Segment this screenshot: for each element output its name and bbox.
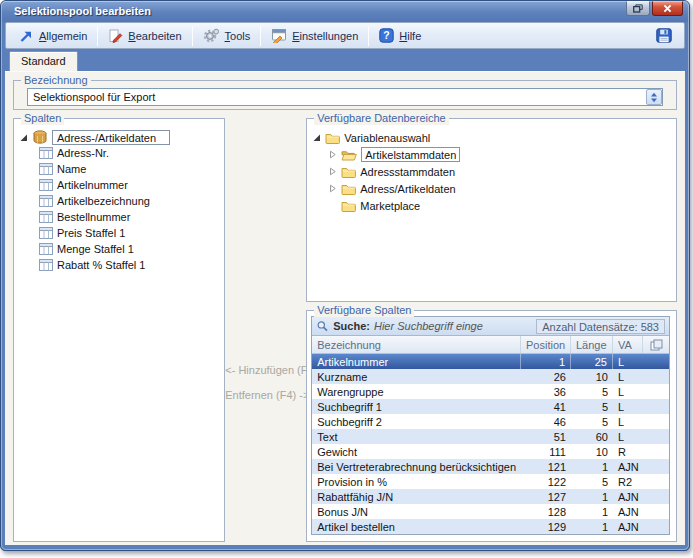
tree-node-label[interactable]: Preis Staffel 1: [57, 227, 125, 239]
tree-node-label[interactable]: Adressstammdaten: [360, 166, 455, 178]
cell-bezeichnung[interactable]: Gewicht: [312, 444, 521, 459]
table-row[interactable]: Provision in % 122 5 R2: [312, 474, 669, 489]
tree-node-label[interactable]: Variablenauswahl: [344, 132, 430, 144]
table-row[interactable]: Artikel bestellen 129 1 AJN: [312, 519, 669, 534]
combobox-value[interactable]: Selektionspool für Export: [28, 91, 646, 103]
cell-va[interactable]: AJN: [613, 459, 669, 474]
table-row[interactable]: Suchbegriff 2 46 5 L: [312, 414, 669, 429]
tree-node[interactable]: Marketplace: [310, 197, 673, 214]
table-row[interactable]: Rabattfähig J/N 127 1 AJN: [312, 489, 669, 504]
table-row[interactable]: Bei Vertreterabrechnung berücksichtigen …: [312, 459, 669, 474]
tree-node-label[interactable]: Rabatt % Staffel 1: [57, 259, 145, 271]
cell-va[interactable]: L: [613, 384, 669, 399]
cell-laenge[interactable]: 5: [571, 384, 613, 399]
cell-laenge[interactable]: 10: [571, 444, 613, 459]
add-button[interactable]: <- Hinzufügen (F3): [225, 364, 306, 376]
cell-va[interactable]: R2: [613, 474, 669, 489]
cell-va[interactable]: AJN: [613, 489, 669, 504]
cell-laenge[interactable]: 25: [571, 354, 613, 369]
cell-va[interactable]: L: [613, 429, 669, 444]
toolbar-item-allgemein[interactable]: Allgemein: [10, 25, 96, 47]
toolbar-item-einstellungen[interactable]: Einstellungen: [262, 25, 367, 47]
tree-node[interactable]: Artikelbezeichnung: [17, 193, 221, 209]
cell-laenge[interactable]: 10: [571, 369, 613, 384]
table-row[interactable]: Artikelnummer 1 25 L: [312, 354, 669, 369]
cell-bezeichnung[interactable]: Artikelnummer: [312, 354, 521, 369]
tree-node[interactable]: Adressstammdaten: [310, 163, 673, 180]
tree-collapsed-icon[interactable]: [328, 167, 337, 176]
tab-standard[interactable]: Standard: [9, 51, 78, 71]
cell-va[interactable]: AJN: [613, 519, 669, 534]
tree-node[interactable]: Adress-Nr.: [17, 145, 221, 161]
tree-node[interactable]: Adress/Artikeldaten: [310, 180, 673, 197]
tree-expanded-icon[interactable]: [19, 133, 28, 142]
tree-node-root[interactable]: Variablenauswahl: [310, 129, 673, 146]
cell-bezeichnung[interactable]: Text: [312, 429, 521, 444]
header-bezeichnung[interactable]: Bezeichnung: [312, 336, 521, 353]
remove-button[interactable]: Entfernen (F4) ->: [225, 389, 306, 401]
tree-node-label[interactable]: Menge Staffel 1: [57, 243, 134, 255]
tree-collapsed-icon[interactable]: [328, 150, 337, 159]
cell-position[interactable]: 127: [521, 489, 571, 504]
cell-bezeichnung[interactable]: Suchbegriff 2: [312, 414, 521, 429]
tree-node-label[interactable]: Name: [57, 163, 86, 175]
cell-position[interactable]: 121: [521, 459, 571, 474]
table-row[interactable]: Gewicht 111 10 R: [312, 444, 669, 459]
cell-laenge[interactable]: 5: [571, 399, 613, 414]
tree-node[interactable]: Name: [17, 161, 221, 177]
table-row[interactable]: Suchbegriff 1 41 5 L: [312, 399, 669, 414]
tree-node-label[interactable]: Adress-Nr.: [57, 147, 109, 159]
cell-va[interactable]: L: [613, 354, 669, 369]
tree-node[interactable]: Artikelstammdaten: [310, 146, 673, 163]
tree-node[interactable]: Menge Staffel 1: [17, 241, 221, 257]
table-row[interactable]: Warengruppe 36 5 L: [312, 384, 669, 399]
cell-laenge[interactable]: 1: [571, 504, 613, 519]
cell-position[interactable]: 1: [521, 354, 571, 369]
cell-laenge[interactable]: 60: [571, 429, 613, 444]
cell-va[interactable]: L: [613, 399, 669, 414]
tree-node-root[interactable]: Adress-/Artikeldaten: [17, 129, 221, 145]
cell-bezeichnung[interactable]: Kurzname: [312, 369, 521, 384]
tree-node-label[interactable]: Artikelbezeichnung: [57, 195, 150, 207]
tree-node-label[interactable]: Artikelstammdaten: [361, 147, 460, 162]
cell-position[interactable]: 129: [521, 519, 571, 534]
cell-laenge[interactable]: 1: [571, 489, 613, 504]
cell-bezeichnung[interactable]: Bei Vertreterabrechnung berücksichtigen: [312, 459, 521, 474]
cell-position[interactable]: 41: [521, 399, 571, 414]
save-button[interactable]: [648, 28, 680, 43]
table-row[interactable]: Text 51 60 L: [312, 429, 669, 444]
table-row[interactable]: Kurzname 26 10 L: [312, 369, 669, 384]
cell-laenge[interactable]: 5: [571, 474, 613, 489]
cell-position[interactable]: 26: [521, 369, 571, 384]
tree-node-label[interactable]: Bestellnummer: [57, 211, 130, 223]
header-position[interactable]: Position: [521, 336, 571, 353]
cell-laenge[interactable]: 1: [571, 519, 613, 534]
cell-va[interactable]: L: [613, 369, 669, 384]
tree-node-label[interactable]: Artikelnummer: [57, 179, 128, 191]
cell-laenge[interactable]: 1: [571, 459, 613, 474]
cell-va[interactable]: AJN: [613, 504, 669, 519]
cell-position[interactable]: 36: [521, 384, 571, 399]
cell-position[interactable]: 111: [521, 444, 571, 459]
cell-laenge[interactable]: 5: [571, 414, 613, 429]
tree-node[interactable]: Rabatt % Staffel 1: [17, 257, 221, 273]
header-va[interactable]: VA: [613, 336, 643, 353]
cell-position[interactable]: 51: [521, 429, 571, 444]
tree-expanded-icon[interactable]: [312, 133, 321, 142]
cell-bezeichnung[interactable]: Suchbegriff 1: [312, 399, 521, 414]
cell-va[interactable]: L: [613, 414, 669, 429]
cell-bezeichnung[interactable]: Warengruppe: [312, 384, 521, 399]
cell-position[interactable]: 122: [521, 474, 571, 489]
toolbar-item-bearbeiten[interactable]: Bearbeiten: [99, 25, 190, 47]
column-chooser-button[interactable]: [643, 336, 669, 353]
tree-node[interactable]: Bestellnummer: [17, 209, 221, 225]
table-row[interactable]: Bonus J/N 128 1 AJN: [312, 504, 669, 519]
cell-bezeichnung[interactable]: Provision in %: [312, 474, 521, 489]
cell-bezeichnung[interactable]: Bonus J/N: [312, 504, 521, 519]
tree-node[interactable]: Preis Staffel 1: [17, 225, 221, 241]
restore-button[interactable]: [626, 1, 650, 16]
tree-node-label[interactable]: Adress-/Artikeldaten: [52, 130, 170, 145]
search-input[interactable]: Hier Suchbegriff einge: [374, 320, 532, 332]
bezeichnung-combobox[interactable]: Selektionspool für Export: [27, 88, 663, 106]
combobox-dropdown-button[interactable]: [646, 89, 662, 105]
